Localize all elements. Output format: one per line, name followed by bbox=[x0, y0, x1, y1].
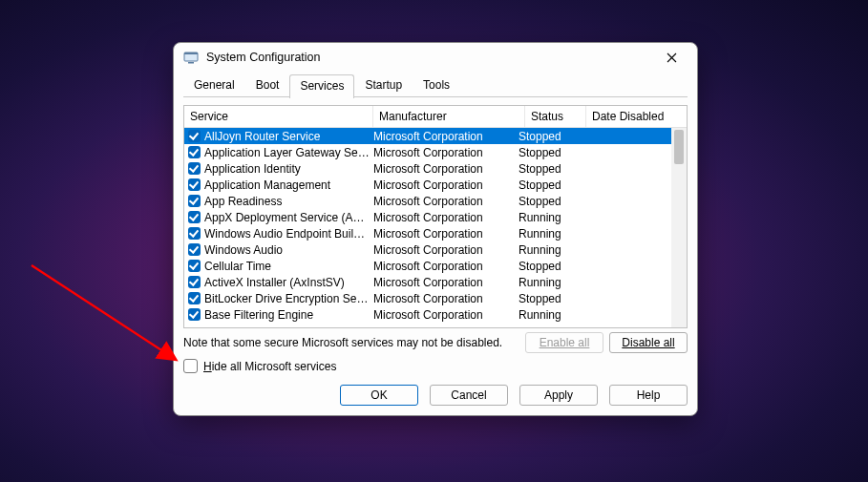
list-body[interactable]: AllJoyn Router ServiceMicrosoft Corporat… bbox=[184, 128, 687, 327]
service-row[interactable]: Windows AudioMicrosoft CorporationRunnin… bbox=[184, 241, 687, 258]
service-row[interactable]: Base Filtering EngineMicrosoft Corporati… bbox=[184, 306, 687, 323]
service-manufacturer: Microsoft Corporation bbox=[373, 260, 519, 273]
service-manufacturer: Microsoft Corporation bbox=[373, 292, 519, 305]
below-list-row: Note that some secure Microsoft services… bbox=[183, 332, 688, 353]
titlebar: System Configuration bbox=[174, 43, 697, 72]
service-manufacturer: Microsoft Corporation bbox=[373, 162, 519, 176]
service-checkbox[interactable] bbox=[188, 227, 201, 240]
col-header-manufacturer[interactable]: Manufacturer bbox=[373, 106, 525, 127]
service-name: Windows Audio Endpoint Builder bbox=[204, 227, 373, 241]
service-name: ActiveX Installer (AxInstSV) bbox=[204, 276, 373, 289]
service-manufacturer: Microsoft Corporation bbox=[373, 195, 519, 208]
close-button[interactable] bbox=[651, 44, 691, 71]
close-icon bbox=[667, 52, 677, 63]
service-row[interactable]: ActiveX Installer (AxInstSV)Microsoft Co… bbox=[184, 274, 687, 290]
service-status: Running bbox=[519, 308, 573, 322]
tab-tools[interactable]: Tools bbox=[413, 73, 460, 97]
service-row[interactable]: Application Layer Gateway ServiceMicroso… bbox=[184, 144, 687, 160]
window-title: System Configuration bbox=[206, 51, 651, 64]
service-name: Application Identity bbox=[204, 162, 373, 176]
service-row[interactable]: Application IdentityMicrosoft Corporatio… bbox=[184, 160, 687, 177]
services-list: Service Manufacturer Status Date Disable… bbox=[183, 105, 688, 328]
service-status: Running bbox=[519, 243, 573, 257]
service-status: Stopped bbox=[519, 130, 573, 143]
scrollbar-thumb[interactable] bbox=[674, 130, 684, 164]
service-name: Application Layer Gateway Service bbox=[204, 146, 373, 159]
service-status: Stopped bbox=[519, 146, 573, 159]
service-row[interactable]: App ReadinessMicrosoft CorporationStoppe… bbox=[184, 193, 687, 209]
col-header-status[interactable]: Status bbox=[525, 106, 586, 127]
help-button[interactable]: Help bbox=[609, 385, 688, 406]
svg-rect-2 bbox=[188, 62, 194, 64]
service-status: Running bbox=[519, 276, 573, 289]
service-name: App Readiness bbox=[204, 195, 373, 208]
system-configuration-dialog: System Configuration General Boot Servic… bbox=[173, 42, 698, 416]
service-manufacturer: Microsoft Corporation bbox=[373, 178, 519, 192]
service-checkbox[interactable] bbox=[188, 243, 201, 256]
service-checkbox[interactable] bbox=[188, 211, 201, 223]
service-row[interactable]: Windows Audio Endpoint BuilderMicrosoft … bbox=[184, 225, 687, 241]
cancel-button[interactable]: Cancel bbox=[430, 385, 508, 406]
service-status: Stopped bbox=[519, 292, 573, 305]
service-checkbox[interactable] bbox=[188, 292, 201, 304]
disable-all-button[interactable]: Disable all bbox=[609, 332, 688, 353]
app-icon bbox=[183, 50, 199, 65]
tab-content: Service Manufacturer Status Date Disable… bbox=[174, 97, 697, 379]
service-checkbox[interactable] bbox=[188, 146, 201, 158]
service-status: Stopped bbox=[519, 162, 573, 176]
col-header-service[interactable]: Service bbox=[184, 106, 373, 127]
apply-button[interactable]: Apply bbox=[519, 385, 598, 406]
tab-boot[interactable]: Boot bbox=[245, 73, 290, 97]
col-header-date-disabled[interactable]: Date Disabled bbox=[586, 106, 687, 127]
dialog-button-row: OK Cancel Apply Help bbox=[174, 379, 697, 415]
service-manufacturer: Microsoft Corporation bbox=[373, 308, 519, 322]
service-checkbox[interactable] bbox=[188, 178, 201, 191]
service-checkbox[interactable] bbox=[188, 130, 201, 142]
hide-ms-services-row: Hide all Microsoft services bbox=[183, 359, 688, 373]
tab-startup[interactable]: Startup bbox=[354, 73, 413, 97]
ok-button[interactable]: OK bbox=[340, 385, 418, 406]
service-name: Application Management bbox=[204, 178, 373, 192]
service-manufacturer: Microsoft Corporation bbox=[373, 243, 519, 257]
service-manufacturer: Microsoft Corporation bbox=[373, 276, 519, 289]
vertical-scrollbar[interactable] bbox=[671, 128, 687, 327]
service-row[interactable]: Cellular TimeMicrosoft CorporationStoppe… bbox=[184, 258, 687, 274]
service-name: AppX Deployment Service (AppX... bbox=[204, 211, 373, 224]
disabled-services-note: Note that some secure Microsoft services… bbox=[183, 336, 519, 349]
service-status: Stopped bbox=[519, 178, 573, 192]
tab-services[interactable]: Services bbox=[289, 74, 354, 98]
tab-general[interactable]: General bbox=[183, 73, 245, 97]
svg-rect-1 bbox=[184, 52, 198, 54]
service-row[interactable]: BitLocker Drive Encryption ServiceMicros… bbox=[184, 290, 687, 306]
service-row[interactable]: AllJoyn Router ServiceMicrosoft Corporat… bbox=[184, 128, 687, 144]
service-manufacturer: Microsoft Corporation bbox=[373, 130, 519, 143]
hide-ms-services-label: Hide all Microsoft services bbox=[203, 360, 336, 373]
list-header: Service Manufacturer Status Date Disable… bbox=[184, 106, 687, 128]
service-name: BitLocker Drive Encryption Service bbox=[204, 292, 373, 305]
service-status: Running bbox=[519, 227, 573, 241]
service-name: Cellular Time bbox=[204, 260, 373, 273]
service-checkbox[interactable] bbox=[188, 308, 201, 321]
tab-strip: General Boot Services Startup Tools bbox=[174, 73, 697, 97]
service-checkbox[interactable] bbox=[188, 162, 201, 175]
service-row[interactable]: Application ManagementMicrosoft Corporat… bbox=[184, 177, 687, 193]
hide-ms-services-checkbox[interactable] bbox=[183, 359, 198, 373]
service-checkbox[interactable] bbox=[188, 195, 201, 207]
service-name: Base Filtering Engine bbox=[204, 308, 373, 322]
service-name: AllJoyn Router Service bbox=[204, 130, 373, 143]
service-status: Running bbox=[519, 211, 573, 224]
service-checkbox[interactable] bbox=[188, 260, 201, 272]
service-checkbox[interactable] bbox=[188, 276, 201, 288]
svg-line-3 bbox=[32, 265, 175, 359]
service-status: Stopped bbox=[519, 195, 573, 208]
service-manufacturer: Microsoft Corporation bbox=[373, 146, 519, 159]
service-manufacturer: Microsoft Corporation bbox=[373, 227, 519, 241]
service-name: Windows Audio bbox=[204, 243, 373, 257]
annotation-arrow bbox=[24, 258, 196, 372]
service-status: Stopped bbox=[519, 260, 573, 273]
service-manufacturer: Microsoft Corporation bbox=[373, 211, 519, 224]
enable-all-button[interactable]: Enable all bbox=[525, 332, 603, 353]
service-row[interactable]: AppX Deployment Service (AppX...Microsof… bbox=[184, 209, 687, 225]
